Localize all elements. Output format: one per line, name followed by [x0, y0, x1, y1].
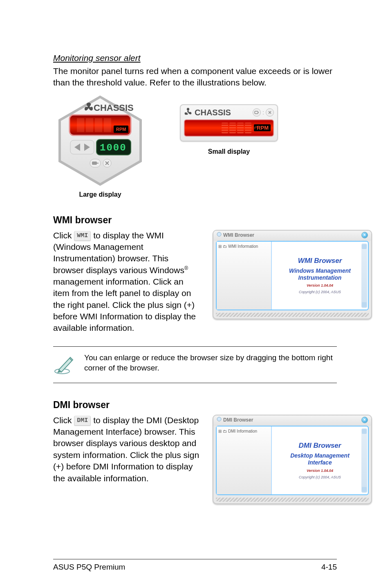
note-text: You can enlarge or reduce the browser si…: [84, 352, 337, 373]
scrollbar[interactable]: [361, 428, 367, 493]
scroll-up-icon[interactable]: [362, 244, 367, 249]
chassis-large-title: CHASSIS: [94, 103, 134, 113]
large-display-caption: Large display: [79, 191, 121, 198]
resize-grip[interactable]: [216, 498, 369, 502]
small-display-caption: Small display: [208, 148, 250, 155]
wmi-button[interactable]: WMI: [74, 231, 91, 241]
chassis-small-title: CHASSIS: [195, 108, 231, 117]
divider-icon: :: [262, 110, 264, 115]
dmi-version: Version 1.04.04: [307, 469, 333, 473]
dmi-window-title: DMI Browser: [223, 417, 253, 423]
svg-point-19: [217, 417, 221, 421]
chassis-large-widget: CHASSIS RPM 1000: [53, 94, 147, 188]
dmi-content-panel: DMI Browser Desktop Management Interface…: [272, 426, 368, 494]
wmi-heading: WMI browser: [53, 215, 337, 226]
wmi-body: Click WMI to display the WMI (Windows Ma…: [53, 230, 200, 334]
svg-rect-3: [77, 118, 84, 132]
alert-body: The monitor panel turns red when a compo…: [53, 65, 337, 89]
page-footer: ASUS P5Q Premium 4-15: [53, 559, 337, 572]
display-row: CHASSIS RPM 1000: [53, 94, 337, 198]
chassis-hex-svg: CHASSIS RPM 1000: [53, 94, 147, 188]
window-close-icon[interactable]: ×: [361, 232, 368, 238]
pencil-note-icon: [53, 352, 76, 377]
svg-point-17: [217, 232, 221, 236]
wmi-tree-panel[interactable]: ⊞ 🗀 WMI Information: [217, 242, 272, 310]
note-box: You can enlarge or reduce the browser si…: [53, 346, 337, 383]
dmi-copyright: Copyright (c) 2004, ASUS: [299, 475, 341, 479]
expand-icon[interactable]: [253, 108, 261, 117]
wmi-row: Click WMI to display the WMI (Windows Ma…: [53, 230, 337, 334]
large-display-col: CHASSIS RPM 1000: [53, 94, 147, 198]
window-close-icon[interactable]: ×: [361, 417, 368, 423]
plus-icon[interactable]: ⊞: [218, 429, 222, 433]
scroll-up-icon[interactable]: [362, 429, 367, 434]
wmi-window-title: WMI Browser: [223, 232, 254, 238]
wmi-title2: Windows Management Instrumentation: [289, 267, 351, 281]
chassis-small-lcd: RPM: [184, 119, 274, 137]
scroll-down-icon[interactable]: [362, 487, 367, 492]
chassis-large-unit: RPM: [116, 127, 126, 132]
alert-heading: Monitoring sensor alert: [53, 53, 337, 63]
fan-icon: [184, 108, 192, 118]
small-display-col: CHASSIS : RPM Small displa: [180, 104, 278, 155]
scrollbar[interactable]: [361, 243, 367, 308]
dmi-heading: DMI browser: [53, 399, 337, 411]
footer-left: ASUS P5Q Premium: [53, 563, 125, 572]
chassis-small-unit: RPM: [254, 124, 271, 131]
svg-rect-4: [86, 118, 93, 132]
dmi-browser-window: DMI Browser × ⊞ 🗀 DMI Information DMI Br…: [213, 415, 372, 504]
resize-grip[interactable]: [216, 313, 369, 317]
wmi-browser-window: WMI Browser × ⊞ 🗀 WMI Information WMI Br…: [213, 230, 372, 319]
wmi-title1: WMI Browser: [298, 257, 342, 265]
dmi-tree-panel[interactable]: ⊞ 🗀 DMI Information: [217, 426, 272, 494]
wmi-version: Version 1.04.04: [307, 283, 333, 287]
chassis-small-widget: CHASSIS : RPM: [180, 104, 278, 141]
app-icon: [217, 232, 222, 238]
dmi-button[interactable]: DMI: [74, 416, 91, 426]
close-icon[interactable]: [266, 108, 274, 117]
svg-rect-16: [255, 111, 258, 114]
dmi-title1: DMI Browser: [299, 442, 341, 450]
plus-icon[interactable]: ⊞: [218, 244, 222, 249]
app-icon: [217, 417, 222, 423]
dmi-body: Click DMI to display the DMI (Desktop Ma…: [53, 415, 200, 484]
svg-rect-8: [70, 140, 94, 154]
wmi-tree-root[interactable]: ⊞ 🗀 WMI Information: [218, 244, 269, 249]
footer-right: 4-15: [321, 563, 337, 572]
wmi-copyright: Copyright (c) 2004, ASUS: [299, 290, 341, 294]
svg-rect-6: [104, 118, 111, 132]
wmi-content-panel: WMI Browser Windows Management Instrumen…: [272, 242, 368, 310]
scroll-down-icon[interactable]: [362, 302, 367, 307]
svg-rect-5: [95, 118, 102, 132]
dmi-title2: Desktop Management Interface: [290, 452, 350, 466]
folder-icon: 🗀: [223, 429, 227, 433]
dmi-row: Click DMI to display the DMI (Desktop Ma…: [53, 415, 337, 504]
dmi-tree-root[interactable]: ⊞ 🗀 DMI Information: [218, 429, 269, 433]
folder-icon: 🗀: [223, 244, 227, 249]
svg-rect-13: [92, 162, 97, 165]
chassis-large-value: 1000: [100, 142, 127, 153]
